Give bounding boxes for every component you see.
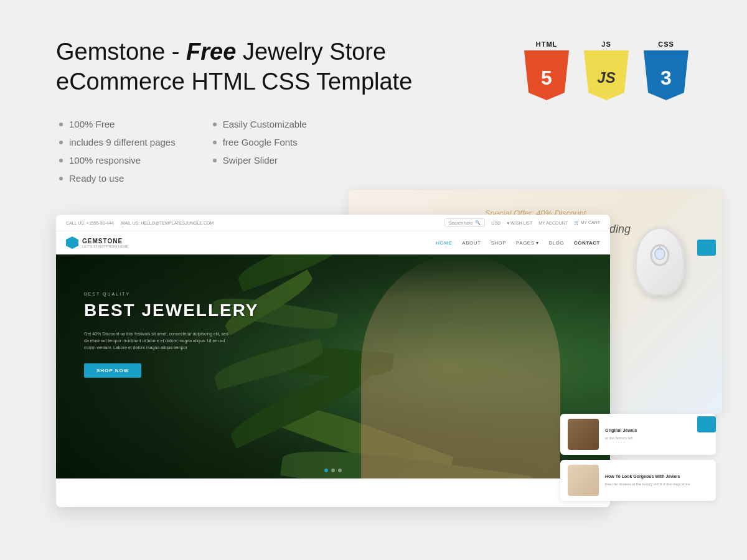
js-number: JS — [597, 69, 615, 86]
js-badge: JS JS — [581, 40, 631, 100]
hero-content: BEST QUALITY BEST JEWELLERY Get 40% Disc… — [84, 292, 259, 378]
bullet-icon — [59, 159, 63, 162]
feature-text: 100% responsive — [69, 155, 141, 166]
logo-icon — [66, 236, 78, 249]
blog-card-1: Original Jewels at the bottom left — [560, 414, 716, 455]
hero-subtitle: BEST QUALITY — [84, 292, 259, 296]
website-logo[interactable]: GEMSTONE LET'S START FROM HERE — [66, 236, 129, 249]
ring-icon — [647, 243, 672, 280]
feature-pages: includes 9 different pages — [59, 137, 176, 147]
hero-pagination — [324, 469, 342, 472]
website-topbar: CALL US: +1555-90-444 MAIL US: HELLO@TEM… — [56, 215, 610, 231]
blog-card-1-subtitle: at the bottom left — [605, 436, 637, 441]
js-shield: JS — [584, 50, 629, 100]
feature-swiper: Swiper Slider — [213, 155, 307, 166]
website-menu: HOME ABOUT SHOP PAGES ▾ BLOG CONTACT — [436, 240, 600, 246]
page-title: Gemstone - Free Jewelry Store eCommerce … — [56, 37, 467, 96]
features-section: 100% Free includes 9 different pages 100… — [56, 119, 691, 184]
ring-shape — [635, 227, 685, 296]
website-preview: CALL US: +1555-90-444 MAIL US: HELLO@TEM… — [56, 215, 610, 507]
phone-text: CALL US: +1555-90-444 — [66, 221, 114, 225]
feature-text: 100% Free — [69, 119, 115, 129]
menu-blog[interactable]: BLOG — [549, 240, 564, 246]
features-col-2: Easily Customizable free Google Fonts Sw… — [213, 119, 307, 184]
blog-card-1-content: Original Jewels at the bottom left — [605, 427, 637, 441]
cyan-button-bottom[interactable] — [697, 416, 716, 432]
title-italic: Free — [186, 39, 236, 65]
menu-shop[interactable]: SHOP — [491, 240, 506, 246]
topbar-right: Search here 🔍 USD ♥ WISH LIST MY ACCOUNT… — [444, 218, 600, 227]
cart-link[interactable]: 🛒 MY CART — [574, 220, 600, 225]
cyan-button-top[interactable] — [697, 240, 716, 256]
tech-logos: HTML 5 JS JS CSS 3 — [522, 40, 691, 100]
blog-card-2-title: How To Look Gorgeous With Jewels — [605, 474, 690, 480]
dot-1[interactable] — [324, 469, 328, 472]
menu-about[interactable]: ABOUT — [462, 240, 481, 246]
menu-contact[interactable]: CONTACT — [574, 240, 600, 246]
search-box[interactable]: Search here 🔍 — [444, 218, 485, 227]
hero-description: Get 40% Discount on this festivals sit a… — [84, 330, 233, 352]
feature-responsive: 100% responsive — [59, 155, 176, 166]
feature-free: 100% Free — [59, 119, 176, 129]
bullet-icon — [213, 123, 217, 126]
search-icon[interactable]: 🔍 — [475, 220, 481, 225]
menu-home[interactable]: HOME — [436, 240, 452, 246]
js-label: JS — [601, 40, 611, 48]
css3-label: CSS — [658, 40, 674, 48]
css3-badge: CSS 3 — [641, 40, 691, 100]
blog-thumb-2 — [568, 465, 599, 496]
bullet-icon — [59, 123, 63, 126]
dot-3[interactable] — [338, 469, 342, 472]
blog-card-2: How To Look Gorgeous With Jewels free th… — [560, 460, 716, 501]
bullet-icon — [59, 141, 63, 144]
title-section: Gemstone - Free Jewelry Store eCommerce … — [56, 37, 691, 100]
search-placeholder: Search here — [449, 221, 472, 225]
topbar-left: CALL US: +1555-90-444 MAIL US: HELLO@TEM… — [66, 221, 214, 225]
feature-text: Ready to use — [69, 173, 124, 184]
preview-area: Special Offer: 40% Discount Beautiful Di… — [56, 208, 691, 513]
logo-name: GEMSTONE — [82, 238, 129, 245]
main-container: Gemstone - Free Jewelry Store eCommerce … — [0, 0, 747, 560]
bullet-icon — [213, 159, 217, 162]
right-blog-previews: Original Jewels at the bottom left How T… — [560, 414, 716, 501]
bullet-icon — [213, 141, 217, 144]
blog-card-2-subtitle: free the hosters at the luxury shirts if… — [605, 482, 690, 487]
feature-text: free Google Fonts — [223, 137, 298, 147]
ring-preview — [635, 227, 697, 289]
logo-tagline: LET'S START FROM HERE — [82, 245, 129, 248]
account-link[interactable]: MY ACCOUNT — [538, 221, 568, 225]
feature-text: includes 9 different pages — [69, 137, 176, 147]
currency-selector[interactable]: USD — [491, 221, 500, 225]
feature-text: Easily Customizable — [223, 119, 307, 129]
html5-number: 5 — [541, 67, 552, 90]
wishlist-link[interactable]: ♥ WISH LIST — [507, 221, 532, 225]
html5-shield: 5 — [524, 50, 569, 100]
features-col-1: 100% Free includes 9 different pages 100… — [59, 119, 176, 184]
feature-text: Swiper Slider — [223, 155, 278, 166]
feature-ready: Ready to use — [59, 173, 176, 184]
website-hero: BEST QUALITY BEST JEWELLERY Get 40% Disc… — [56, 254, 610, 478]
bullet-icon — [59, 177, 63, 180]
blog-thumb-1 — [568, 419, 599, 450]
dot-2[interactable] — [331, 469, 335, 472]
html5-label: HTML — [536, 40, 558, 48]
title-prefix: Gemstone - — [56, 39, 186, 65]
email-text: MAIL US: HELLO@TEMPLATESJUNGLE.COM — [121, 221, 214, 225]
blog-card-2-content: How To Look Gorgeous With Jewels free th… — [605, 474, 690, 487]
css3-shield: 3 — [644, 50, 688, 100]
shop-now-button[interactable]: SHOP NOW — [84, 363, 141, 378]
feature-fonts: free Google Fonts — [213, 137, 307, 147]
person-overlay — [361, 254, 560, 478]
website-navbar: GEMSTONE LET'S START FROM HERE HOME ABOU… — [56, 231, 610, 254]
html5-badge: HTML 5 — [522, 40, 571, 100]
feature-customizable: Easily Customizable — [213, 119, 307, 129]
logo-text-group: GEMSTONE LET'S START FROM HERE — [82, 238, 129, 248]
blog-card-1-title: Original Jewels — [605, 427, 637, 434]
menu-pages[interactable]: PAGES ▾ — [516, 240, 539, 246]
svg-point-1 — [655, 248, 665, 259]
css3-number: 3 — [660, 67, 672, 90]
hero-title: BEST JEWELLERY — [84, 301, 259, 320]
